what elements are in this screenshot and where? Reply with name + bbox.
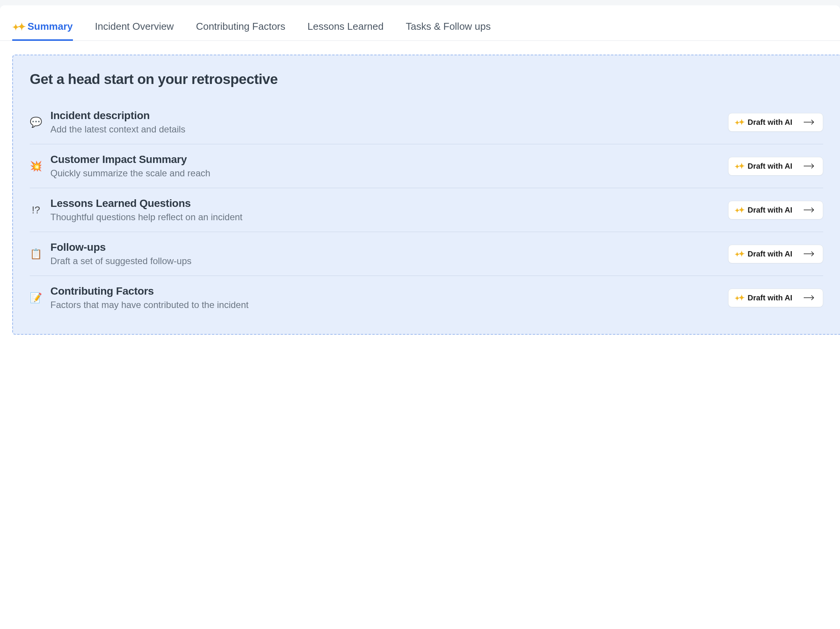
tabs: ✦✦ Summary Incident Overview Contributin… [0, 5, 840, 41]
panel-row: 📝 Contributing Factors Factors that may … [30, 276, 823, 319]
row-subtitle: Thoughtful questions help reflect on an … [50, 212, 720, 223]
row-title: Lessons Learned Questions [50, 197, 720, 210]
row-text: Customer Impact Summary Quickly summariz… [50, 153, 720, 179]
button-label: Draft with AI [748, 206, 792, 215]
tab-contributing-factors[interactable]: Contributing Factors [196, 18, 285, 41]
speech-bubble-icon: 💬 [30, 116, 42, 128]
row-subtitle: Add the latest context and details [50, 124, 720, 135]
row-title: Customer Impact Summary [50, 153, 720, 166]
panel-title: Get a head start on your retrospective [30, 71, 823, 87]
row-text: Lessons Learned Questions Thoughtful que… [50, 197, 720, 223]
interrobang-icon: !? [30, 204, 42, 216]
arrow-right-icon [804, 251, 815, 256]
tab-label: Contributing Factors [196, 21, 285, 32]
row-text: Contributing Factors Factors that may ha… [50, 285, 720, 310]
row-subtitle: Quickly summarize the scale and reach [50, 168, 720, 179]
tab-label: Lessons Learned [307, 21, 383, 32]
sparkle-icon: ✦✦ [735, 250, 744, 258]
row-subtitle: Draft a set of suggested follow-ups [50, 256, 720, 266]
arrow-right-icon [804, 119, 815, 125]
panel-row: 💬 Incident description Add the latest co… [30, 100, 823, 144]
sparkle-icon: ✦✦ [735, 294, 744, 302]
panel-row: 📋 Follow-ups Draft a set of suggested fo… [30, 232, 823, 276]
panel-row: 💥 Customer Impact Summary Quickly summar… [30, 144, 823, 188]
content: Get a head start on your retrospective 💬… [0, 41, 840, 348]
panel-row: !? Lessons Learned Questions Thoughtful … [30, 188, 823, 232]
tab-incident-overview[interactable]: Incident Overview [95, 18, 174, 41]
button-label: Draft with AI [748, 294, 792, 302]
retrospective-panel: Get a head start on your retrospective 💬… [12, 55, 840, 335]
button-label: Draft with AI [748, 250, 792, 258]
tab-label: Summary [27, 21, 73, 32]
draft-with-ai-button[interactable]: ✦✦ Draft with AI [728, 289, 823, 307]
button-label: Draft with AI [748, 118, 792, 127]
page: ✦✦ Summary Incident Overview Contributin… [0, 5, 840, 629]
tab-label: Incident Overview [95, 21, 174, 32]
tab-label: Tasks & Follow ups [406, 21, 491, 32]
sparkle-icon: ✦✦ [735, 162, 744, 170]
arrow-right-icon [804, 207, 815, 213]
sparkle-icon: ✦✦ [12, 22, 24, 32]
draft-with-ai-button[interactable]: ✦✦ Draft with AI [728, 201, 823, 219]
button-label: Draft with AI [748, 162, 792, 171]
row-text: Incident description Add the latest cont… [50, 110, 720, 135]
tab-summary[interactable]: ✦✦ Summary [12, 18, 73, 41]
sparkle-icon: ✦✦ [735, 118, 744, 126]
draft-with-ai-button[interactable]: ✦✦ Draft with AI [728, 113, 823, 132]
arrow-right-icon [804, 295, 815, 300]
tab-lessons-learned[interactable]: Lessons Learned [307, 18, 383, 41]
sparkle-icon: ✦✦ [735, 206, 744, 214]
row-title: Follow-ups [50, 241, 720, 253]
collision-icon: 💥 [30, 160, 42, 172]
draft-with-ai-button[interactable]: ✦✦ Draft with AI [728, 157, 823, 176]
draft-with-ai-button[interactable]: ✦✦ Draft with AI [728, 245, 823, 263]
row-title: Incident description [50, 110, 720, 122]
clipboard-icon: 📋 [30, 248, 42, 260]
arrow-right-icon [804, 163, 815, 169]
row-subtitle: Factors that may have contributed to the… [50, 300, 720, 310]
memo-icon: 📝 [30, 292, 42, 304]
tab-tasks-followups[interactable]: Tasks & Follow ups [406, 18, 491, 41]
row-title: Contributing Factors [50, 285, 720, 297]
row-text: Follow-ups Draft a set of suggested foll… [50, 241, 720, 266]
